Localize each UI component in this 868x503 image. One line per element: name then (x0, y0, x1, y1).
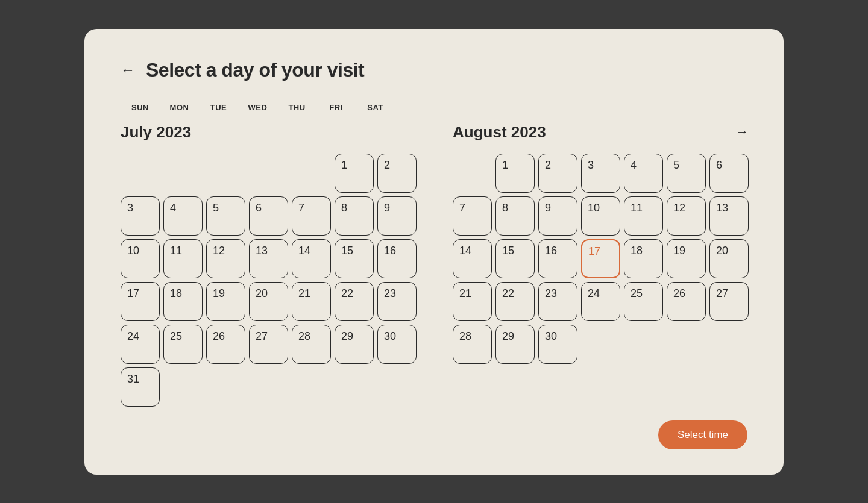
day-cell[interactable]: 13 (709, 196, 749, 236)
day-cell[interactable]: 24 (581, 282, 620, 321)
day-cell[interactable]: 9 (377, 196, 417, 236)
weekday-label: MON (160, 103, 199, 112)
day-cell[interactable]: 25 (624, 282, 663, 321)
weekday-label: THU (277, 103, 316, 112)
july-month-title: July 2023 (121, 123, 191, 142)
weekday-label: SUN (121, 103, 160, 112)
day-cell (249, 154, 288, 193)
select-time-button[interactable]: Select time (658, 420, 747, 449)
day-cell[interactable]: 26 (667, 282, 706, 321)
weekday-label: TUE (199, 103, 238, 112)
modal-header: ← Select a day of your visit (121, 59, 747, 81)
weekday-label: SAT (356, 103, 395, 112)
day-cell[interactable]: 30 (377, 325, 417, 364)
weekday-label: FRI (316, 103, 356, 112)
day-cell[interactable]: 17 (121, 282, 160, 321)
day-cell[interactable]: 17 (581, 239, 620, 278)
day-cell[interactable]: 6 (249, 196, 288, 236)
day-cell[interactable]: 6 (709, 154, 749, 193)
day-cell[interactable]: 23 (377, 282, 417, 321)
day-cell[interactable]: 28 (453, 325, 492, 364)
day-cell[interactable]: 3 (121, 196, 160, 236)
day-cell[interactable]: 26 (206, 325, 245, 364)
day-cell[interactable]: 22 (335, 282, 374, 321)
day-cell[interactable]: 27 (709, 282, 749, 321)
day-cell[interactable]: 7 (453, 196, 492, 236)
day-cell[interactable]: 19 (667, 239, 706, 278)
weekday-headers: SUNMONTUEWEDTHUFRISAT (121, 103, 747, 112)
day-cell[interactable]: 5 (206, 196, 245, 236)
day-cell[interactable]: 19 (206, 282, 245, 321)
day-cell[interactable]: 20 (249, 282, 288, 321)
day-cell[interactable]: 1 (335, 154, 374, 193)
august-calendar-header: August 2023 → (453, 123, 749, 142)
day-cell[interactable]: 1 (495, 154, 535, 193)
back-button[interactable]: ← (121, 61, 135, 78)
calendar-modal: ← Select a day of your visit SUNMONTUEWE… (84, 29, 784, 475)
day-cell[interactable]: 27 (249, 325, 288, 364)
day-cell[interactable]: 29 (335, 325, 374, 364)
day-cell[interactable]: 15 (495, 239, 535, 278)
day-cell[interactable]: 31 (121, 367, 160, 407)
july-calendar-header: July 2023 (121, 123, 417, 142)
day-cell[interactable]: 2 (538, 154, 577, 193)
day-cell[interactable]: 18 (163, 282, 203, 321)
day-cell[interactable]: 7 (292, 196, 331, 236)
page-title: Select a day of your visit (146, 59, 364, 81)
day-cell[interactable]: 30 (538, 325, 577, 364)
july-grid: 1234567891011121314151617181920212223242… (121, 154, 417, 407)
august-month-title: August 2023 (453, 123, 546, 142)
day-cell[interactable]: 16 (538, 239, 577, 278)
day-cell[interactable]: 9 (538, 196, 577, 236)
day-cell[interactable]: 24 (121, 325, 160, 364)
day-cell[interactable]: 14 (453, 239, 492, 278)
day-cell[interactable]: 21 (292, 282, 331, 321)
day-cell[interactable]: 10 (581, 196, 620, 236)
day-cell[interactable]: 8 (495, 196, 535, 236)
day-cell[interactable]: 4 (624, 154, 663, 193)
day-cell[interactable]: 11 (624, 196, 663, 236)
day-cell (206, 154, 245, 193)
day-cell[interactable]: 13 (249, 239, 288, 278)
day-cell[interactable]: 8 (335, 196, 374, 236)
day-cell[interactable]: 18 (624, 239, 663, 278)
calendars-container: July 2023 123456789101112131415161718192… (121, 123, 747, 407)
july-calendar: July 2023 123456789101112131415161718192… (121, 123, 417, 407)
day-cell (292, 154, 331, 193)
day-cell (163, 154, 203, 193)
day-cell[interactable]: 12 (206, 239, 245, 278)
august-calendar: August 2023 → 12345678910111213141516171… (453, 123, 749, 407)
day-cell[interactable]: 23 (538, 282, 577, 321)
day-cell[interactable]: 12 (667, 196, 706, 236)
day-cell[interactable]: 25 (163, 325, 203, 364)
day-cell[interactable]: 21 (453, 282, 492, 321)
day-cell[interactable]: 3 (581, 154, 620, 193)
day-cell[interactable]: 22 (495, 282, 535, 321)
day-cell[interactable]: 15 (335, 239, 374, 278)
day-cell[interactable]: 29 (495, 325, 535, 364)
day-cell[interactable]: 20 (709, 239, 749, 278)
next-month-arrow[interactable]: → (735, 124, 749, 140)
day-cell[interactable]: 28 (292, 325, 331, 364)
day-cell[interactable]: 2 (377, 154, 417, 193)
day-cell[interactable]: 5 (667, 154, 706, 193)
weekday-label: WED (238, 103, 277, 112)
day-cell[interactable]: 10 (121, 239, 160, 278)
day-cell (453, 154, 492, 193)
august-grid: 1234567891011121314151617181920212223242… (453, 154, 749, 364)
day-cell[interactable]: 14 (292, 239, 331, 278)
day-cell[interactable]: 4 (163, 196, 203, 236)
day-cell[interactable]: 11 (163, 239, 203, 278)
day-cell[interactable]: 16 (377, 239, 417, 278)
day-cell (121, 154, 160, 193)
